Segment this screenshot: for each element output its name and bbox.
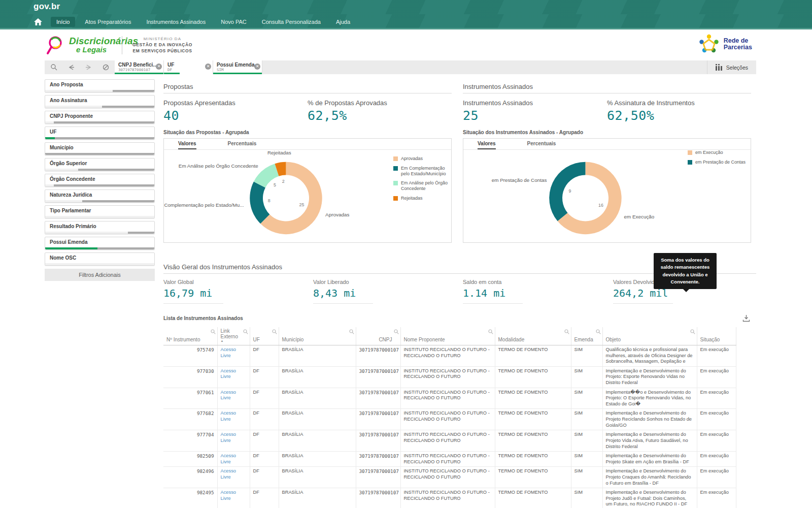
home-button[interactable] — [31, 16, 45, 27]
column-header-link-externo[interactable]: Link Externo▲ — [217, 327, 250, 345]
step-back-button[interactable] — [66, 62, 76, 73]
sidebar-filter-cnpj-proponente[interactable]: CNPJ Proponente — [45, 111, 155, 124]
close-icon[interactable]: ✕ — [205, 64, 211, 70]
close-icon[interactable]: ✕ — [156, 64, 162, 70]
search-icon[interactable] — [488, 329, 493, 334]
nav-item-atos-preparatorios[interactable]: Atos Preparatórios — [79, 17, 137, 27]
sidebar-filter-uf[interactable]: UF — [45, 126, 155, 140]
sidebar-filter-orgao-concedente[interactable]: Órgão Concedente — [45, 174, 155, 187]
external-link[interactable]: Acesso Livre — [221, 390, 236, 401]
table-row[interactable]: 982496Acesso LivreDFBRASÍLIA307197870001… — [163, 467, 736, 488]
nav-item-consulta-personalizada[interactable]: Consulta Personalizada — [256, 17, 326, 27]
column-search[interactable] — [211, 329, 216, 335]
column-search[interactable] — [564, 329, 569, 335]
column-header-uf[interactable]: UF — [250, 327, 279, 345]
table-row[interactable]: 982495Acesso LivreDFBRASÍLIA307197870001… — [163, 488, 736, 508]
search-icon[interactable] — [596, 329, 601, 334]
column-search[interactable] — [488, 329, 493, 335]
cell-situacao: Em execução — [697, 409, 736, 430]
filter-chip-cnpj-benefici[interactable]: CNPJ Benefici...30719787000107✕ — [115, 60, 164, 74]
step-forward-button[interactable] — [83, 62, 93, 73]
external-link[interactable]: Acesso Livre — [221, 432, 236, 443]
column-search[interactable] — [690, 329, 695, 335]
search-icon[interactable] — [690, 329, 695, 334]
sidebar-filter-possui-emenda[interactable]: Possui Emenda — [45, 237, 155, 250]
sidebar-filter-ano-proposta[interactable]: Ano Proposta — [45, 79, 155, 92]
external-link[interactable]: Acesso Livre — [221, 490, 236, 501]
legend-item-em-complementacao-pelo-estado-municipio[interactable]: Em Complementação pelo Estado/Município — [393, 166, 448, 177]
legend-item-aprovadas[interactable]: Aprovadas — [393, 156, 448, 162]
nav-item-instrumentos-assinados[interactable]: Instrumentos Assinados — [141, 17, 211, 27]
table-row[interactable]: 977061Acesso LivreDFBRASÍLIA307197870001… — [163, 388, 736, 409]
nav-item-inicio[interactable]: Início — [51, 17, 75, 27]
column-header-objeto[interactable]: Objeto — [602, 327, 697, 345]
sidebar-filter-ano-assinatura[interactable]: Ano Assinatura — [45, 95, 155, 108]
table-row[interactable]: 977704Acesso LivreDFBRASÍLIA307197870001… — [163, 430, 736, 452]
kpi-saldo-em-conta[interactable]: Saldo em conta 1.14 mi — [463, 279, 613, 304]
search-icon[interactable] — [211, 329, 216, 334]
external-link[interactable]: Acesso Livre — [221, 410, 236, 422]
table-row[interactable]: 977030Acesso LivreDFBRASÍLIA307197870001… — [163, 366, 736, 388]
tab-percentuais-chart2[interactable]: Percentuais — [527, 141, 556, 149]
sidebar-filter-natureza-juridica[interactable]: Natureza Jurídica — [45, 189, 155, 203]
table-row[interactable]: 975749Acesso LivreDFBRASÍLIA307197870001… — [163, 345, 736, 367]
tab-percentuais-chart1[interactable]: Percentuais — [228, 141, 257, 149]
external-link[interactable]: Acesso Livre — [221, 347, 236, 358]
column-header-modalidade[interactable]: Modalidade — [495, 327, 571, 345]
kpi-pct-assinatura[interactable]: % Assinatura de Instrumentos 62,50% — [607, 99, 751, 123]
kpi-valor-liberado[interactable]: Valor Liberado 8,43 mi — [313, 279, 463, 304]
search-icon[interactable] — [564, 329, 569, 334]
column-search[interactable] — [243, 329, 248, 335]
column-header-emenda[interactable]: Emenda — [571, 327, 602, 345]
download-button[interactable] — [742, 314, 750, 324]
search-icon[interactable] — [243, 329, 248, 334]
tab-valores-chart1[interactable]: Valores — [178, 141, 196, 149]
slice-em-prestacao-de-contas[interactable] — [549, 162, 585, 221]
column-search[interactable] — [272, 329, 277, 335]
sidebar-filter-nome-osc[interactable]: Nome OSC — [45, 252, 155, 266]
legend-item-em-prestacao-de-contas[interactable]: em Prestação de Contas — [688, 160, 748, 165]
selections-button[interactable]: Seleções — [707, 60, 756, 74]
selection-bar: CNPJ Benefici...30719787000107✕UFDF✕Poss… — [45, 60, 756, 74]
sidebar-filter-orgao-superior[interactable]: Órgão Superior — [45, 158, 155, 171]
filter-chip-uf[interactable]: UFDF✕ — [164, 60, 213, 74]
table-row[interactable]: 982509Acesso LivreDFBRASÍLIA307197870001… — [163, 452, 736, 467]
search-icon[interactable] — [349, 329, 354, 334]
search-icon[interactable] — [394, 329, 399, 334]
external-link[interactable]: Acesso Livre — [221, 453, 236, 464]
sidebar-filter-tipo-parlamentar[interactable]: Tipo Parlamentar — [45, 205, 155, 218]
smart-search-button[interactable] — [49, 62, 59, 73]
search-icon[interactable] — [272, 329, 277, 334]
slice-em-complementacao-pelo-estado-municipio[interactable] — [250, 182, 269, 224]
legend-item-em-analise-pelo-orgao-concedente[interactable]: Em Análise pelo Órgão Concedente — [393, 180, 448, 192]
chart2-legend: em Execuçãoem Prestação de Contas — [688, 150, 748, 169]
column-header-cnpj[interactable]: CNPJ — [356, 327, 400, 345]
sidebar-filter-municipio[interactable]: Município — [45, 142, 155, 155]
state-alternative — [45, 263, 154, 265]
kpi-pct-propostas-aprovadas[interactable]: % de Propostas Aprovadas 62,5% — [308, 99, 452, 123]
column-search[interactable] — [596, 329, 601, 335]
kpi-propostas-apresentadas[interactable]: Propostas Apresentadas 40 — [163, 99, 308, 123]
nav-item-novo-pac[interactable]: Novo PAC — [215, 17, 252, 27]
legend-item-em-execucao[interactable]: em Execução — [688, 150, 748, 155]
tab-valores-chart2[interactable]: Valores — [478, 141, 496, 149]
column-search[interactable] — [349, 329, 354, 335]
nav-item-ajuda[interactable]: Ajuda — [330, 17, 356, 27]
kpi-valor-global[interactable]: Valor Global 16,79 mi — [163, 279, 313, 304]
legend-item-rejeitadas[interactable]: Rejeitadas — [393, 196, 448, 201]
column-header-n-instrumento[interactable]: Nº Instrumento — [163, 327, 217, 345]
column-header-situacao[interactable]: Situação — [697, 327, 736, 345]
filtros-adicionais-button[interactable]: Filtros Adicionais — [45, 269, 155, 281]
sidebar-filter-resultado-primario[interactable]: Resultado Primário — [45, 221, 155, 234]
cell-nome: INSTITUTO RECICLANDO O FUTURO - RECICLAN… — [400, 430, 495, 452]
column-search[interactable] — [394, 329, 399, 335]
table-row[interactable]: 977682Acesso LivreDFBRASÍLIA307197870001… — [163, 409, 736, 430]
close-icon[interactable]: ✕ — [254, 64, 260, 70]
column-header-nome-proponente[interactable]: Nome Proponente — [400, 327, 495, 345]
clear-selections-button[interactable] — [100, 62, 111, 73]
kpi-instrumentos-assinados[interactable]: Instrumentos Assinados 25 — [463, 99, 607, 123]
external-link[interactable]: Acesso Livre — [221, 368, 236, 379]
external-link[interactable]: Acesso Livre — [221, 468, 236, 480]
filter-chip-possui-emenda[interactable]: Possui EmendaSIM✕ — [213, 60, 262, 74]
column-header-municipio[interactable]: Município — [279, 327, 356, 345]
